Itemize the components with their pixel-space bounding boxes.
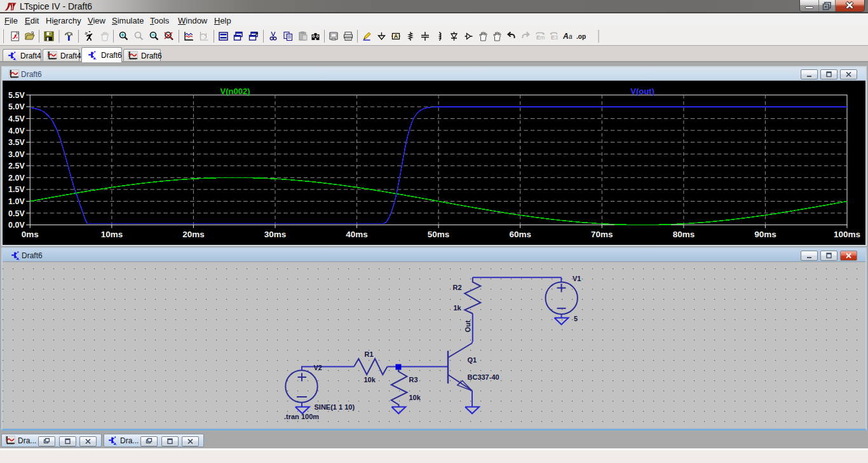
svg-text:V(out): V(out) bbox=[630, 86, 654, 96]
svg-text:1k: 1k bbox=[454, 304, 462, 312]
svg-text:R3: R3 bbox=[409, 376, 418, 384]
svg-text:80ms: 80ms bbox=[673, 230, 695, 239]
svg-text:30ms: 30ms bbox=[264, 230, 287, 239]
svg-text:5.0V: 5.0V bbox=[8, 102, 25, 111]
svg-text:3.0V: 3.0V bbox=[8, 150, 25, 159]
svg-text:1.0V: 1.0V bbox=[8, 197, 25, 206]
svg-text:2.0V: 2.0V bbox=[8, 174, 25, 183]
svg-text:Out: Out bbox=[464, 320, 471, 332]
svg-text:R1: R1 bbox=[365, 350, 374, 358]
svg-text:0ms: 0ms bbox=[22, 230, 39, 239]
svg-text:4.5V: 4.5V bbox=[8, 114, 25, 123]
svg-text:3.5V: 3.5V bbox=[8, 138, 25, 147]
svg-text:2.5V: 2.5V bbox=[8, 162, 25, 170]
svg-text:10k: 10k bbox=[364, 376, 376, 384]
svg-text:1.5V: 1.5V bbox=[8, 185, 25, 194]
svg-text:10k: 10k bbox=[409, 394, 421, 401]
svg-text:.tran 100m: .tran 100m bbox=[284, 413, 319, 420]
svg-text:20ms: 20ms bbox=[182, 230, 205, 239]
svg-text:0.0V: 0.0V bbox=[8, 221, 25, 230]
svg-text:V1: V1 bbox=[573, 275, 581, 282]
svg-text:5.5V: 5.5V bbox=[8, 91, 25, 100]
svg-text:70ms: 70ms bbox=[591, 230, 613, 239]
svg-text:Q1: Q1 bbox=[468, 356, 477, 364]
svg-text:90ms: 90ms bbox=[754, 230, 776, 239]
svg-text:60ms: 60ms bbox=[509, 230, 531, 239]
svg-text:BC337-40: BC337-40 bbox=[468, 373, 499, 381]
svg-text:R2: R2 bbox=[453, 284, 462, 291]
svg-text:SINE(1 1 10): SINE(1 1 10) bbox=[315, 403, 355, 411]
svg-text:10ms: 10ms bbox=[101, 230, 123, 239]
svg-text:4.0V: 4.0V bbox=[8, 127, 25, 135]
svg-text:a: a bbox=[569, 33, 573, 40]
svg-text:m: m bbox=[540, 34, 545, 41]
svg-text:5: 5 bbox=[574, 315, 578, 322]
svg-text:A: A bbox=[562, 32, 569, 41]
svg-text:A: A bbox=[394, 33, 398, 39]
svg-text:3: 3 bbox=[555, 34, 558, 41]
svg-text:50ms: 50ms bbox=[428, 230, 450, 239]
svg-text:V(n002): V(n002) bbox=[220, 86, 250, 96]
svg-text:100ms: 100ms bbox=[834, 230, 860, 239]
svg-text:V2: V2 bbox=[314, 364, 322, 371]
svg-text:0.5V: 0.5V bbox=[8, 209, 25, 218]
svg-text:.op: .op bbox=[576, 33, 586, 40]
svg-text:40ms: 40ms bbox=[346, 230, 368, 239]
